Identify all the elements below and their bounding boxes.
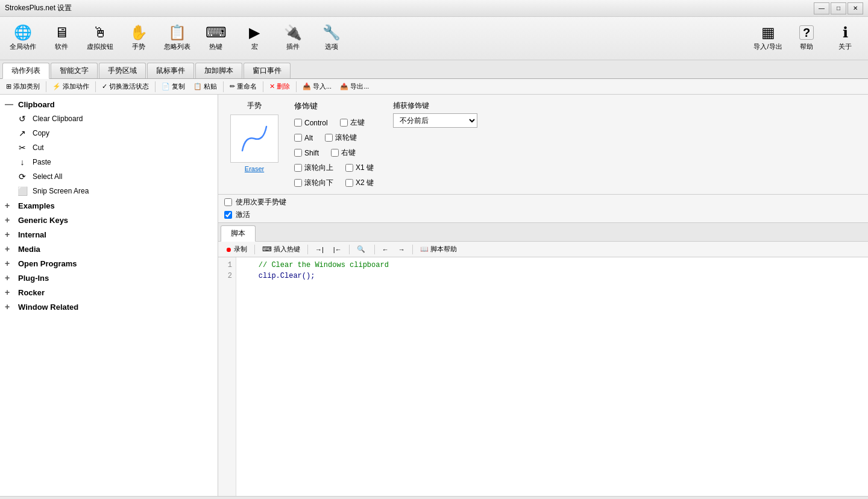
- toolbar-gesture[interactable]: ✋ 手势: [121, 20, 157, 57]
- maximize-button[interactable]: □: [831, 2, 846, 14]
- tab-smart-text[interactable]: 智能文字: [51, 63, 98, 78]
- script-tab-main[interactable]: 脚本: [221, 225, 256, 242]
- back-button[interactable]: ←: [379, 245, 392, 254]
- paste-button[interactable]: 📋 粘贴: [190, 81, 221, 92]
- use-secondary-label[interactable]: 使用次要手势键: [224, 197, 862, 207]
- category-plug-ins[interactable]: + Plug-Ins: [0, 271, 218, 285]
- toggle-active-button[interactable]: ✓ 切换激活状态: [98, 81, 153, 92]
- control-checkbox-label[interactable]: Control: [294, 118, 328, 128]
- sidebar-item-cut[interactable]: ✂ Cut: [0, 140, 218, 155]
- alt-checkbox[interactable]: [294, 134, 302, 142]
- toolbar-virtual-label: 虚拟按钮: [87, 42, 113, 51]
- search-icon: 🔍: [357, 245, 365, 253]
- toolbar-virtual-button[interactable]: 🖱 虚拟按钮: [82, 20, 118, 57]
- tab-mouse-events[interactable]: 鼠标事件: [147, 63, 194, 78]
- rename-button[interactable]: ✏ 重命名: [226, 81, 260, 92]
- control-checkbox[interactable]: [294, 119, 302, 127]
- scroll-wheel-checkbox-label[interactable]: 滚轮键: [325, 133, 357, 143]
- toolbar-software[interactable]: 🖥 软件: [43, 20, 80, 57]
- import-button[interactable]: 📥 导入...: [299, 81, 335, 92]
- category-open-programs[interactable]: + Open Programs: [0, 256, 218, 271]
- tab-action-list[interactable]: 动作列表: [2, 63, 49, 79]
- tab-gesture-area[interactable]: 手势区域: [99, 63, 146, 78]
- category-generic-keys[interactable]: + Generic Keys: [0, 213, 218, 227]
- search-button[interactable]: 🔍: [353, 244, 371, 254]
- left-key-checkbox[interactable]: [340, 119, 348, 127]
- record-button[interactable]: ⏺ 录制: [222, 243, 251, 255]
- scroll-wheel-label: 滚轮键: [335, 133, 357, 143]
- sidebar-item-copy[interactable]: ↗ Copy: [0, 126, 218, 140]
- toolbar-ignore-list[interactable]: 📋 忽略列表: [159, 20, 195, 57]
- sidebar-item-snip-screen[interactable]: ⬜ Snip Screen Area: [0, 184, 218, 198]
- capture-select[interactable]: 不分前后 仅前 仅后: [393, 113, 477, 128]
- toolbar-about[interactable]: ℹ 关于: [827, 20, 863, 57]
- toolbar-help[interactable]: ? 帮助: [788, 20, 825, 57]
- capture-section: 捕获修饰键 不分前后 仅前 仅后: [393, 101, 477, 188]
- export-button[interactable]: 📤 导出...: [336, 81, 373, 92]
- toolbar-plugin[interactable]: 🔌 插件: [275, 20, 311, 57]
- category-clipboard[interactable]: — Clipboard: [0, 97, 218, 111]
- toolbar-import-export[interactable]: ▦ 导入/导出: [750, 20, 786, 57]
- scroll-down-checkbox-label[interactable]: 滚轮向下: [294, 178, 333, 188]
- category-media[interactable]: + Media: [0, 242, 218, 256]
- sidebar-item-paste[interactable]: ↓ Paste: [0, 155, 218, 169]
- shift-checkbox-label[interactable]: Shift: [294, 148, 319, 158]
- sidebar-item-clear-clipboard[interactable]: ↺ Clear Clipboard: [0, 111, 218, 126]
- category-rocker[interactable]: + Rocker: [0, 285, 218, 300]
- toolbar-macro-label: 宏: [251, 42, 258, 51]
- modifier-row-1: Control 左键: [294, 118, 374, 128]
- scroll-up-checkbox[interactable]: [294, 164, 302, 172]
- add-category-button[interactable]: ⊞ 添加类别: [2, 81, 43, 92]
- ignore-list-icon: 📋: [168, 25, 186, 40]
- tab-bar: 动作列表 智能文字 手势区域 鼠标事件 加卸脚本 窗口事件: [0, 60, 868, 79]
- outdent-button[interactable]: |←: [330, 245, 345, 254]
- indent-button[interactable]: →|: [312, 245, 327, 254]
- code-content[interactable]: // Clear the Windows clipboard clip.Clea…: [236, 257, 868, 496]
- add-action-button[interactable]: ⚡ 添加动作: [49, 81, 93, 92]
- category-examples[interactable]: + Examples: [0, 198, 218, 213]
- tab-load-script[interactable]: 加卸脚本: [195, 63, 242, 78]
- script-toolbar: ⏺ 录制 ⌨ 插入热键 →| |← 🔍: [218, 242, 868, 257]
- scroll-down-checkbox[interactable]: [294, 179, 302, 187]
- toolbar-macro[interactable]: ▶ 宏: [236, 20, 272, 57]
- minimize-button[interactable]: —: [814, 2, 829, 14]
- close-button[interactable]: ✕: [848, 2, 863, 14]
- scroll-up-checkbox-label[interactable]: 滚轮向上: [294, 163, 333, 173]
- use-secondary-checkbox[interactable]: [224, 198, 232, 206]
- toolbar-options[interactable]: 🔧 选项: [313, 20, 350, 57]
- alt-checkbox-label[interactable]: Alt: [294, 133, 313, 143]
- virtual-button-icon: 🖱: [93, 25, 107, 40]
- titlebar: StrokesPlus.net 设置 — □ ✕: [0, 0, 868, 17]
- gesture-canvas[interactable]: [230, 115, 278, 163]
- scroll-wheel-checkbox[interactable]: [325, 134, 333, 142]
- delete-button[interactable]: ✕ 删除: [266, 81, 294, 92]
- gesture-title: 手势: [247, 101, 262, 111]
- x1-checkbox[interactable]: [345, 164, 353, 172]
- x1-checkbox-label[interactable]: X1 键: [345, 163, 374, 173]
- copy-button[interactable]: 📄 复制: [158, 81, 189, 92]
- category-clipboard-label: Clipboard: [18, 100, 55, 109]
- forward-button[interactable]: →: [395, 245, 409, 254]
- x2-checkbox-label[interactable]: X2 键: [345, 178, 374, 188]
- category-window-related[interactable]: + Window Related: [0, 300, 218, 314]
- x2-checkbox[interactable]: [345, 179, 353, 187]
- category-internal-label: Internal: [18, 230, 46, 239]
- modifier-row-3: Shift 右键: [294, 148, 374, 158]
- insert-hotkey-button[interactable]: ⌨ 插入热键: [259, 243, 304, 255]
- category-internal[interactable]: + Internal: [0, 227, 218, 242]
- code-line-1: // Clear the Windows clipboard: [241, 261, 389, 269]
- right-key-checkbox[interactable]: [331, 149, 339, 157]
- right-key-checkbox-label[interactable]: 右键: [331, 148, 356, 158]
- activate-label[interactable]: 激活: [224, 210, 862, 220]
- toolbar-hotkey[interactable]: ⌨ 热键: [198, 20, 234, 57]
- examples-expand-icon: +: [5, 201, 14, 210]
- control-label: Control: [304, 119, 328, 127]
- sidebar-item-select-all[interactable]: ⟳ Select All: [0, 169, 218, 184]
- shift-checkbox[interactable]: [294, 149, 302, 157]
- gesture-eraser-label[interactable]: Eraser: [245, 165, 264, 172]
- activate-checkbox[interactable]: [224, 211, 232, 219]
- script-help-button[interactable]: 📖 脚本帮助: [417, 243, 461, 255]
- toolbar-global-action[interactable]: 🌐 全局动作: [5, 20, 41, 57]
- left-key-checkbox-label[interactable]: 左键: [340, 118, 365, 128]
- tab-window-events[interactable]: 窗口事件: [244, 63, 291, 78]
